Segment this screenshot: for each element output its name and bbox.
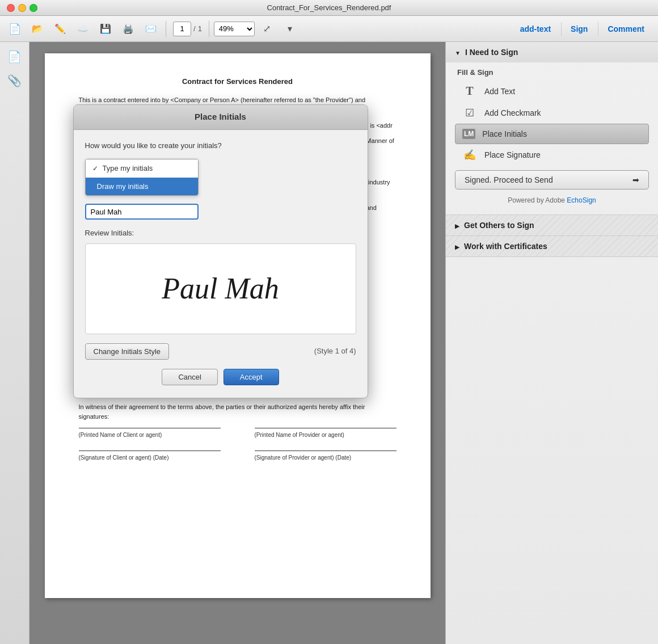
option-draw-initials[interactable]: Draw my initials	[86, 178, 198, 196]
tab-tools[interactable]: add-text	[511, 22, 560, 36]
upload-button[interactable]: ☁️	[73, 19, 93, 39]
sig-line-4	[255, 451, 397, 451]
send-arrow-icon: ➡	[632, 175, 639, 184]
section-get-others-header[interactable]: Get Others to Sign	[446, 215, 658, 235]
panel-item-place-initials[interactable]: LM Place Initials	[455, 124, 649, 144]
accept-button[interactable]: Accept	[223, 369, 279, 385]
more-tools-button[interactable]: ▾	[280, 19, 300, 39]
section-need-to-sign-header[interactable]: I Need to Sign	[446, 42, 658, 62]
close-button[interactable]	[7, 4, 15, 12]
sig-label-client-sig: (Signature of Client or agent) (Date)	[79, 453, 221, 462]
sig-row-1: (Printed Name of Client or agent) (Print…	[79, 428, 397, 439]
place-signature-icon: ✍	[462, 149, 478, 161]
style-info: (Style 1 of 4)	[314, 346, 356, 357]
signature-preview: Paul Mah	[85, 243, 356, 334]
sig-label-client-name: (Printed Name of Client or agent)	[79, 431, 221, 439]
place-initials-icon: LM	[462, 129, 475, 139]
panel-item-add-text[interactable]: T Add Text	[455, 80, 649, 102]
pdf-document-title: Contract for Services Rendered	[79, 76, 397, 87]
pdf-page: Contract for Services Rendered This is a…	[45, 53, 431, 598]
send-button-label: Signed. Proceed to Send	[465, 175, 553, 184]
titlebar: Contract_For_Services_Rendered.pdf	[0, 0, 658, 16]
toolbar-separator-1	[166, 21, 166, 37]
option-type-initials[interactable]: ✓ Type my initials	[86, 159, 198, 178]
dialog-body: How would you like to create your initia…	[74, 130, 368, 398]
section-certificates-label: Work with Certificates	[464, 242, 547, 251]
section-expand-icon	[455, 48, 461, 57]
fill-sign-body: Fill & Sign T Add Text ☑ Add Checkmark L…	[446, 62, 658, 214]
powered-by-text: Powered by Adobe	[508, 196, 565, 204]
print-button[interactable]: 🖨️	[118, 19, 138, 39]
section-get-others-expand-icon	[455, 221, 459, 230]
panel-item-place-signature[interactable]: ✍ Place Signature	[455, 144, 649, 166]
section-certificates: Work with Certificates	[446, 236, 658, 257]
dropdown-menu: ✓ Type my initials Draw my initials	[85, 159, 199, 196]
open-file-button[interactable]: 📂	[27, 19, 48, 39]
sidebar-attachments-icon[interactable]: 📎	[5, 70, 25, 91]
place-signature-label: Place Signature	[484, 150, 541, 159]
pdf-area: Contract for Services Rendered This is a…	[29, 42, 445, 644]
tab-comment[interactable]: Comment	[598, 22, 653, 36]
change-initials-style-button[interactable]: Change Initials Style	[85, 343, 170, 360]
right-panel: I Need to Sign Fill & Sign T Add Text ☑ …	[445, 42, 658, 644]
add-checkmark-icon: ☑	[462, 107, 478, 119]
sig-label-provider-sig: (Signature of Provider or agent) (Date)	[255, 453, 397, 462]
dialog-title: Place Initials	[74, 105, 368, 130]
page-separator: /	[193, 24, 196, 33]
window-title: Contract_For_Services_Rendered.pdf	[267, 3, 391, 12]
page-total: 1	[198, 24, 202, 33]
sig-row-2: (Signature of Client or agent) (Date) (S…	[79, 451, 397, 462]
option-draw-label: Draw my initials	[97, 181, 149, 192]
email-button[interactable]: ✉️	[141, 19, 161, 39]
toolbar: 📄 📂 ✏️ ☁️ 💾 🖨️ ✉️ / 1 49% 25% 50% 75% 10…	[0, 16, 658, 42]
minimize-button[interactable]	[18, 4, 26, 12]
section-need-to-sign-label: I Need to Sign	[465, 48, 518, 57]
option-type-label: Type my initials	[103, 163, 153, 174]
sig-line-1	[79, 428, 221, 428]
tab-sign[interactable]: Sign	[561, 22, 597, 36]
save-button[interactable]: 💾	[95, 19, 116, 39]
section-get-others-label: Get Others to Sign	[464, 221, 534, 230]
add-checkmark-label: Add Checkmark	[484, 108, 541, 117]
sig-col-provider-sig: (Signature of Provider or agent) (Date)	[255, 451, 397, 462]
add-text-label: Add Text	[484, 87, 515, 96]
section-certificates-header[interactable]: Work with Certificates	[446, 236, 658, 256]
fill-sign-label: Fill & Sign	[455, 68, 649, 77]
name-input-row	[85, 204, 356, 220]
section-get-others: Get Others to Sign	[446, 215, 658, 236]
toolbar-separator-2	[209, 21, 209, 37]
pdf-witness-text: In witness of their agreement to the ter…	[79, 402, 397, 422]
cancel-button[interactable]: Cancel	[162, 369, 217, 385]
section-certificates-expand-icon	[455, 242, 459, 251]
page-navigation: / 1	[173, 22, 202, 36]
send-button[interactable]: Signed. Proceed to Send ➡	[455, 170, 649, 190]
sig-col-provider-name: (Printed Name of Provider or agent)	[255, 428, 397, 439]
page-number-input[interactable]	[173, 22, 191, 36]
review-label: Review Initials:	[85, 228, 356, 239]
echosign-link[interactable]: EchoSign	[567, 196, 596, 204]
sig-col-client-sig: (Signature of Client or agent) (Date)	[79, 451, 221, 462]
zoom-select[interactable]: 49% 25% 50% 75% 100% 125% 150%	[214, 22, 255, 36]
fit-page-button[interactable]: ⤢	[257, 19, 277, 39]
main-area: 📄 📎 Contract for Services Rendered This …	[0, 42, 658, 644]
dialog-buttons: Cancel Accept	[85, 364, 356, 388]
section-need-to-sign: I Need to Sign Fill & Sign T Add Text ☑ …	[446, 42, 658, 215]
place-initials-label: Place Initials	[482, 129, 527, 138]
new-document-button[interactable]: 📄	[5, 19, 25, 39]
window-controls	[7, 4, 37, 12]
signature-preview-text: Paul Mah	[162, 267, 279, 311]
initials-name-input[interactable]	[85, 204, 199, 220]
pdf-signatures: In witness of their agreement to the ter…	[79, 402, 397, 462]
sig-label-provider-name: (Printed Name of Provider or agent)	[255, 431, 397, 439]
dialog-actions: Change Initials Style (Style 1 of 4)	[85, 343, 356, 364]
maximize-button[interactable]	[29, 4, 37, 12]
sig-col-client-name: (Printed Name of Client or agent)	[79, 428, 221, 439]
dialog-question: How would you like to create your initia…	[85, 140, 356, 151]
place-initials-dialog: Place Initials How would you like to cre…	[73, 104, 368, 398]
panel-item-add-checkmark[interactable]: ☑ Add Checkmark	[455, 102, 649, 124]
sidebar-pages-icon[interactable]: 📄	[5, 47, 25, 67]
initials-type-dropdown: ✓ Type my initials Draw my initials	[85, 159, 356, 196]
edit-button[interactable]: ✏️	[50, 19, 70, 39]
tab-group: add-text Sign Comment	[511, 22, 653, 36]
sig-line-2	[255, 428, 397, 428]
